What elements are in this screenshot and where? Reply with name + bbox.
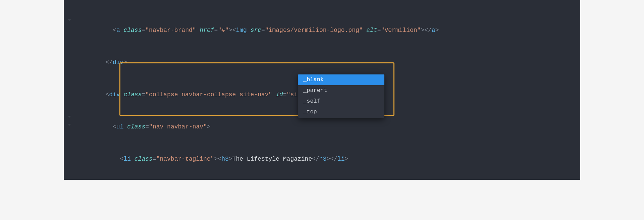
fold-icon[interactable]	[68, 116, 71, 118]
fold-icon[interactable]	[68, 124, 71, 126]
attr-value: collapse navbar-collapse site-nav	[149, 91, 268, 98]
attr-value: navbar-tagline	[160, 156, 211, 162]
autocomplete-item[interactable]: _self	[298, 96, 384, 107]
code-line[interactable]: <ul class="nav navbar-nav">	[76, 123, 580, 131]
attr-value: nav navbar-nav	[153, 123, 203, 130]
code-line[interactable]: <a class="navbar-brand" href="#"><img sr…	[76, 26, 580, 34]
autocomplete-item[interactable]: _top	[298, 107, 384, 117]
autocomplete-item[interactable]: _blank	[298, 74, 384, 85]
attr-value: navbar-brand	[149, 27, 193, 34]
autocomplete-item[interactable]: _parent	[298, 85, 384, 96]
attr-value: #	[221, 27, 225, 34]
attr-value: Vermilion	[384, 27, 417, 34]
autocomplete-popup[interactable]: _blank_parent_self_top	[298, 74, 384, 118]
code-editor[interactable]: <a class="navbar-brand" href="#"><img sr…	[64, 0, 580, 180]
code-line[interactable]: </div>	[76, 58, 580, 66]
code-line[interactable]: <li class="navbar-tagline"><h3>The Lifes…	[76, 155, 580, 163]
text-content: The Lifestyle Magazine	[232, 155, 312, 163]
fold-icon[interactable]	[68, 19, 71, 21]
attr-value: images/vermilion-logo.png	[269, 27, 359, 34]
